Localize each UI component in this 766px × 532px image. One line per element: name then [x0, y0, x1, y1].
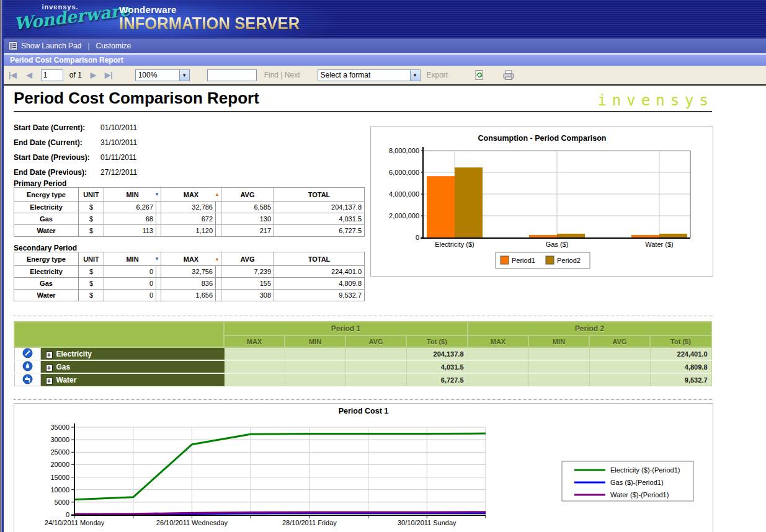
col-unit: UNIT: [79, 188, 104, 202]
previous-page-button[interactable]: ◀: [27, 71, 32, 79]
p1-total-value: 4,031.5: [406, 360, 468, 373]
p1-avg-header: AVG: [345, 335, 406, 347]
print-button[interactable]: [502, 70, 515, 81]
electricity-gauge-icon: [14, 347, 40, 360]
p2-total-value: 224,401.0: [650, 347, 711, 360]
product-brand: Wonderware INFORMATION SERVER: [119, 4, 310, 32]
p1-min-header: MIN: [285, 335, 345, 347]
p2-min-header: MIN: [528, 335, 589, 347]
first-page-button[interactable]: |◀: [9, 71, 17, 79]
report-title-bar: Period Cost Comparison Report: [4, 55, 766, 66]
next-link[interactable]: Next: [285, 71, 300, 79]
p1-max-header: MAX: [224, 335, 285, 347]
report-viewer-toolbar: |◀ ◀ of 1 ▶ ▶| 100% ▼ Find | Next Select…: [4, 66, 766, 86]
title-rule: [14, 111, 712, 112]
svg-text:30/10/2011 Sunday: 30/10/2011 Sunday: [398, 519, 456, 526]
svg-text:30000: 30000: [50, 436, 69, 443]
sort-descending-icon: ▼: [154, 256, 159, 262]
invensys-brand-logo: invensys: [597, 92, 714, 109]
svg-text:2,000,000: 2,000,000: [389, 212, 419, 219]
svg-text:Electricity ($)-(Period1): Electricity ($)-(Period1): [610, 466, 680, 474]
p2-avg-header: AVG: [589, 335, 650, 347]
find-link[interactable]: Find: [264, 71, 278, 79]
wonderware-logo: invensys. Wonderware: [14, 3, 107, 28]
expand-gas-button[interactable]: +: [46, 365, 53, 371]
table-row: Water $ 0 1,656 308 9,532.7: [14, 290, 365, 301]
zoom-value: 100%: [136, 71, 179, 79]
period-cost-chart-svg: Period Cost 1050001000015000200002500030…: [14, 404, 713, 532]
field-value: 31/10/2011: [100, 138, 137, 147]
col-avg: AVG: [221, 252, 274, 266]
col-avg: AVG: [221, 188, 274, 202]
report-parameters: Start Date (Current): 01/10/2011 End Dat…: [14, 120, 137, 180]
col-max-sortable[interactable]: MAX▲: [161, 252, 221, 266]
svg-text:Period2: Period2: [557, 257, 581, 264]
period-2-header: Period 2: [468, 322, 711, 335]
last-page-button[interactable]: ▶|: [105, 71, 113, 79]
sort-descending-icon: ▼: [154, 192, 159, 197]
page-title: Period Cost Comparison Report: [14, 89, 259, 108]
table-row: Electricity $ 0 32,756 7,239 224,401.0: [14, 266, 365, 278]
period-cost-chart: Period Cost 1050001000015000200002500030…: [14, 403, 713, 532]
refresh-button[interactable]: [474, 69, 485, 81]
col-max-sortable[interactable]: MAX▲: [161, 188, 221, 202]
expand-water-button[interactable]: +: [46, 378, 53, 384]
col-total: TOTAL: [274, 188, 365, 202]
svg-text:Consumption - Period Compariso: Consumption - Period Comparison: [478, 134, 607, 143]
section-divider: [14, 399, 712, 400]
table-row: Water $ 113 1,120 217 6,727.5: [14, 225, 365, 237]
export-link[interactable]: Export: [427, 71, 448, 79]
col-min-sortable[interactable]: MIN▼: [104, 188, 161, 202]
field-row: End Date (Previous): 27/12/2011: [14, 165, 137, 180]
svg-text:26/10/2011 Wednesday: 26/10/2011 Wednesday: [156, 519, 228, 526]
sort-ascending-icon: ▲: [215, 256, 220, 262]
svg-text:6,000,000: 6,000,000: [389, 169, 419, 176]
p1-total-value: 204,137.8: [406, 347, 468, 360]
brand-information-server: INFORMATION SERVER: [119, 15, 300, 32]
secondary-period-table: Energy type UNIT MIN▼ MAX▲ AVG TOTAL Ele…: [14, 252, 365, 301]
col-energy-type: Energy type: [14, 252, 79, 266]
zoom-select[interactable]: 100% ▼: [135, 69, 190, 81]
consumption-chart-svg: Consumption - Period Comparison02,000,00…: [371, 127, 713, 275]
summary-row-gas: +Gas 4,031.5 4,809.8: [14, 360, 711, 373]
p2-max-header: MAX: [468, 335, 528, 347]
svg-text:24/10/2011 Monday: 24/10/2011 Monday: [45, 519, 105, 526]
launch-pad-icon: [9, 42, 17, 50]
summary-row-label: +Gas: [40, 360, 224, 373]
field-label: Start Date (Previous):: [14, 153, 100, 162]
svg-text:Gas ($): Gas ($): [546, 241, 569, 248]
chevron-down-icon[interactable]: ▼: [179, 70, 189, 81]
chevron-down-icon[interactable]: ▼: [410, 70, 420, 81]
field-value: 27/12/2011: [100, 168, 137, 177]
summary-corner: [14, 322, 224, 347]
section-divider: [14, 316, 712, 316]
field-value: 01/11/2011: [100, 153, 136, 162]
svg-text:10000: 10000: [50, 486, 69, 494]
svg-text:Electricity ($): Electricity ($): [435, 241, 474, 248]
menu-divider: |: [87, 42, 89, 50]
svg-text:8,000,000: 8,000,000: [389, 147, 419, 154]
gas-flame-icon: [14, 360, 40, 373]
svg-text:0: 0: [66, 511, 69, 518]
next-page-button[interactable]: ▶: [91, 71, 96, 79]
format-select[interactable]: Select a format ▼: [318, 69, 421, 81]
field-label: Start Date (Current):: [14, 123, 100, 132]
brand-wonderware: Wonderware: [119, 4, 310, 15]
col-energy-type: Energy type: [14, 188, 79, 202]
expand-electricity-button[interactable]: +: [46, 352, 53, 358]
field-label: End Date (Current):: [14, 138, 100, 147]
col-min-sortable[interactable]: MIN▼: [104, 252, 161, 266]
table-row: Electricity $ 6,267 32,786 6,585 204,137…: [14, 202, 365, 213]
svg-text:28/10/2011 Friday: 28/10/2011 Friday: [282, 519, 337, 526]
svg-text:Period Cost 1: Period Cost 1: [339, 407, 389, 415]
page-count-label: of 1: [69, 71, 82, 79]
svg-text:0: 0: [416, 234, 419, 241]
menu-show-launch-pad[interactable]: Show Launch Pad: [21, 42, 81, 50]
page-number-input[interactable]: [41, 69, 63, 81]
field-label: End Date (Previous):: [14, 168, 100, 177]
report-bar-title: Period Cost Comparison Report: [10, 56, 123, 64]
svg-text:Water ($)-(Period1): Water ($)-(Period1): [610, 491, 669, 499]
banner: invensys. Wonderware Wonderware INFORMAT…: [4, 0, 766, 38]
menu-customize[interactable]: Customize: [96, 42, 131, 50]
find-input[interactable]: [207, 69, 257, 81]
